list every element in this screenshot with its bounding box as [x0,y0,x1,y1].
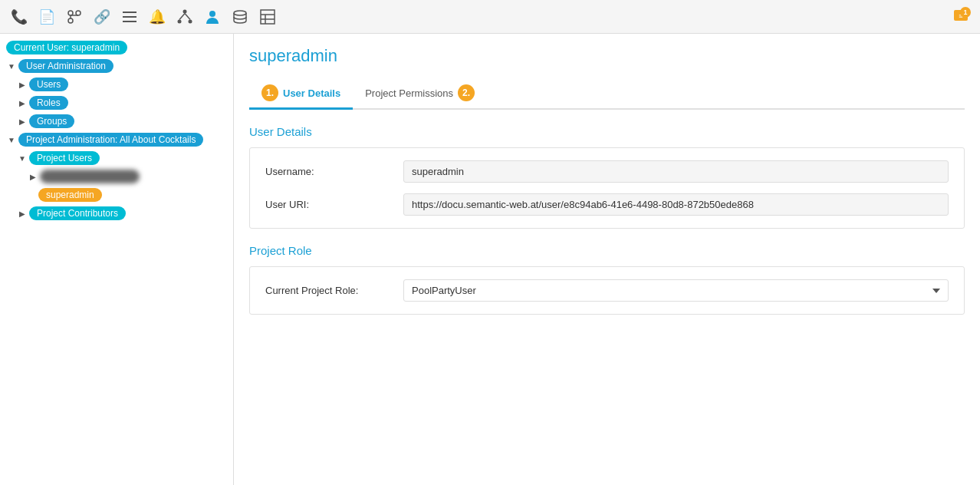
tab-label-project-permissions: Project Permissions [365,87,453,99]
svg-point-1 [76,11,81,15]
project-users-item[interactable]: ▼ Project Users [0,149,233,167]
phone-icon[interactable]: 📞 [8,5,31,28]
page-title: superadmin [249,46,965,66]
groups-item[interactable]: ▶ Groups [0,112,233,130]
svg-line-12 [185,13,190,19]
project-admin-badge[interactable]: Project Administration: All About Cockta… [18,133,203,147]
notification-badge-wrap[interactable]: ≡ 1 [949,5,972,28]
svg-point-2 [68,18,73,23]
project-admin-item[interactable]: ▼ Project Administration: All About Cock… [0,130,233,149]
tab-project-permissions[interactable]: Project Permissions 2. [353,78,487,110]
user-admin-expand[interactable]: ▼ [6,61,17,71]
roles-expand[interactable]: ▶ [17,97,28,108]
table-icon[interactable] [256,5,279,28]
toolbar: 📞 📄 🔗 🔔 [0,0,980,34]
superadmin-badge[interactable]: superadmin [38,188,102,202]
project-contributors-item[interactable]: ▶ Project Contributors [0,204,233,223]
svg-rect-6 [123,16,136,18]
user-uri-row: User URI: https://docu.semantic-web.at/u… [265,193,949,216]
current-role-row: Current Project Role: PoolPartyUser Proj… [265,279,949,302]
tab-user-details[interactable]: 1. User Details [249,78,353,110]
users-expand[interactable]: ▶ [17,79,28,90]
tab-label-user-details: User Details [283,87,340,99]
user-uri-value: https://docu.semantic-web.at/user/e8c94a… [403,193,949,216]
roles-item[interactable]: ▶ Roles [0,94,233,112]
database-icon[interactable] [229,5,252,28]
project-contributors-expand[interactable]: ▶ [17,208,28,219]
current-user-badge[interactable]: Current User: superadmin [6,41,127,54]
project-admin-expand[interactable]: ▼ [6,134,17,145]
svg-rect-7 [123,21,136,22]
project-role-form: Current Project Role: PoolPartyUser Proj… [249,266,965,315]
user-details-heading: User Details [249,125,965,138]
svg-point-8 [183,9,187,13]
project-users-badge[interactable]: Project Users [29,151,100,165]
hierarchy-icon[interactable] [173,5,196,28]
main-layout: Current User: superadmin ▼ User Administ… [0,34,980,485]
blurred-expand[interactable]: ▶ [28,171,38,182]
user-details-form: Username: superadmin User URI: https://d… [249,147,965,229]
list-icon[interactable] [118,5,141,28]
username-label: Username: [265,166,403,177]
document-icon[interactable]: 📄 [35,5,58,28]
content-area: superadmin 1. User Details Project Permi… [234,34,980,485]
superadmin-item[interactable]: superadmin [0,186,233,204]
sidebar: Current User: superadmin ▼ User Administ… [0,34,234,485]
branch-icon[interactable] [63,5,86,28]
groups-badge[interactable]: Groups [29,114,74,128]
svg-point-14 [234,11,246,15]
current-role-label: Current Project Role: [265,285,403,296]
groups-expand[interactable]: ▶ [17,116,28,127]
tab-number-2: 2. [458,84,475,101]
svg-point-0 [68,11,73,15]
svg-rect-15 [261,10,275,24]
blurred-user-badge [40,170,140,183]
blurred-user-item[interactable]: ▶ [0,167,233,186]
user-uri-label: User URI: [265,199,403,210]
project-users-expand[interactable]: ▼ [17,153,28,163]
tabs: 1. User Details Project Permissions 2. [249,78,965,110]
tab-number-1: 1. [261,84,278,101]
current-role-select[interactable]: PoolPartyUser ProjectAdmin ReadOnly [403,279,949,302]
user-administration-item[interactable]: ▼ User Administration [0,57,233,75]
notification-count: 1 [960,7,971,18]
project-role-heading: Project Role [249,244,965,257]
user-admin-badge[interactable]: User Administration [18,59,113,73]
username-value: superadmin [403,160,949,183]
svg-point-9 [178,19,182,23]
project-contributors-badge[interactable]: Project Contributors [29,206,126,220]
svg-point-10 [189,19,192,23]
svg-rect-5 [123,12,136,13]
link-icon[interactable]: 🔗 [90,5,113,28]
current-user-item[interactable]: Current User: superadmin [0,38,233,57]
username-row: Username: superadmin [265,160,949,183]
svg-point-13 [209,11,215,17]
users-item[interactable]: ▶ Users [0,75,233,94]
users-badge[interactable]: Users [29,78,68,91]
roles-badge[interactable]: Roles [29,96,68,110]
bell-icon[interactable]: 🔔 [146,5,169,28]
user-admin-icon[interactable] [201,5,224,28]
svg-line-11 [179,13,185,19]
